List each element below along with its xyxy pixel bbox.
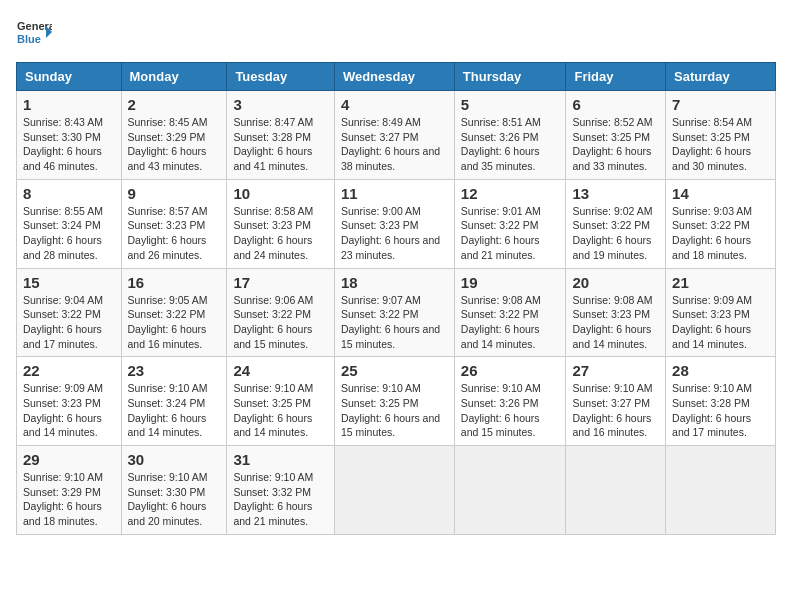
day-number: 16 bbox=[128, 274, 221, 291]
day-detail: Sunrise: 8:51 AMSunset: 3:26 PMDaylight:… bbox=[461, 116, 541, 172]
calendar-cell: 13 Sunrise: 9:02 AMSunset: 3:22 PMDaylig… bbox=[566, 179, 666, 268]
day-detail: Sunrise: 8:55 AMSunset: 3:24 PMDaylight:… bbox=[23, 205, 103, 261]
day-detail: Sunrise: 9:10 AMSunset: 3:25 PMDaylight:… bbox=[341, 382, 440, 438]
day-number: 29 bbox=[23, 451, 115, 468]
day-number: 26 bbox=[461, 362, 560, 379]
day-number: 15 bbox=[23, 274, 115, 291]
day-detail: Sunrise: 8:54 AMSunset: 3:25 PMDaylight:… bbox=[672, 116, 752, 172]
day-number: 20 bbox=[572, 274, 659, 291]
day-number: 4 bbox=[341, 96, 448, 113]
day-number: 19 bbox=[461, 274, 560, 291]
day-number: 1 bbox=[23, 96, 115, 113]
day-number: 12 bbox=[461, 185, 560, 202]
calendar-cell: 15 Sunrise: 9:04 AMSunset: 3:22 PMDaylig… bbox=[17, 268, 122, 357]
calendar-week-4: 22 Sunrise: 9:09 AMSunset: 3:23 PMDaylig… bbox=[17, 357, 776, 446]
day-detail: Sunrise: 8:47 AMSunset: 3:28 PMDaylight:… bbox=[233, 116, 313, 172]
day-number: 22 bbox=[23, 362, 115, 379]
calendar-cell: 25 Sunrise: 9:10 AMSunset: 3:25 PMDaylig… bbox=[334, 357, 454, 446]
calendar-cell: 22 Sunrise: 9:09 AMSunset: 3:23 PMDaylig… bbox=[17, 357, 122, 446]
calendar-cell: 5 Sunrise: 8:51 AMSunset: 3:26 PMDayligh… bbox=[454, 91, 566, 180]
day-detail: Sunrise: 9:05 AMSunset: 3:22 PMDaylight:… bbox=[128, 294, 208, 350]
calendar-week-2: 8 Sunrise: 8:55 AMSunset: 3:24 PMDayligh… bbox=[17, 179, 776, 268]
calendar-cell: 3 Sunrise: 8:47 AMSunset: 3:28 PMDayligh… bbox=[227, 91, 334, 180]
day-detail: Sunrise: 9:09 AMSunset: 3:23 PMDaylight:… bbox=[23, 382, 103, 438]
calendar-cell: 11 Sunrise: 9:00 AMSunset: 3:23 PMDaylig… bbox=[334, 179, 454, 268]
logo-svg: General Blue bbox=[16, 16, 52, 52]
day-detail: Sunrise: 9:08 AMSunset: 3:23 PMDaylight:… bbox=[572, 294, 652, 350]
calendar-cell: 6 Sunrise: 8:52 AMSunset: 3:25 PMDayligh… bbox=[566, 91, 666, 180]
day-detail: Sunrise: 9:04 AMSunset: 3:22 PMDaylight:… bbox=[23, 294, 103, 350]
calendar-cell: 30 Sunrise: 9:10 AMSunset: 3:30 PMDaylig… bbox=[121, 446, 227, 535]
col-header-tuesday: Tuesday bbox=[227, 63, 334, 91]
calendar-cell: 17 Sunrise: 9:06 AMSunset: 3:22 PMDaylig… bbox=[227, 268, 334, 357]
calendar-cell: 10 Sunrise: 8:58 AMSunset: 3:23 PMDaylig… bbox=[227, 179, 334, 268]
calendar-cell: 29 Sunrise: 9:10 AMSunset: 3:29 PMDaylig… bbox=[17, 446, 122, 535]
calendar-cell: 1 Sunrise: 8:43 AMSunset: 3:30 PMDayligh… bbox=[17, 91, 122, 180]
day-number: 6 bbox=[572, 96, 659, 113]
calendar-cell: 19 Sunrise: 9:08 AMSunset: 3:22 PMDaylig… bbox=[454, 268, 566, 357]
day-detail: Sunrise: 9:09 AMSunset: 3:23 PMDaylight:… bbox=[672, 294, 752, 350]
day-number: 7 bbox=[672, 96, 769, 113]
calendar-cell bbox=[454, 446, 566, 535]
calendar-table: SundayMondayTuesdayWednesdayThursdayFrid… bbox=[16, 62, 776, 535]
day-number: 27 bbox=[572, 362, 659, 379]
calendar-cell: 23 Sunrise: 9:10 AMSunset: 3:24 PMDaylig… bbox=[121, 357, 227, 446]
calendar-cell: 7 Sunrise: 8:54 AMSunset: 3:25 PMDayligh… bbox=[666, 91, 776, 180]
day-detail: Sunrise: 9:06 AMSunset: 3:22 PMDaylight:… bbox=[233, 294, 313, 350]
day-detail: Sunrise: 9:03 AMSunset: 3:22 PMDaylight:… bbox=[672, 205, 752, 261]
day-number: 3 bbox=[233, 96, 327, 113]
day-number: 10 bbox=[233, 185, 327, 202]
day-number: 9 bbox=[128, 185, 221, 202]
day-number: 21 bbox=[672, 274, 769, 291]
day-detail: Sunrise: 8:45 AMSunset: 3:29 PMDaylight:… bbox=[128, 116, 208, 172]
day-number: 14 bbox=[672, 185, 769, 202]
day-number: 11 bbox=[341, 185, 448, 202]
calendar-cell: 2 Sunrise: 8:45 AMSunset: 3:29 PMDayligh… bbox=[121, 91, 227, 180]
day-detail: Sunrise: 9:07 AMSunset: 3:22 PMDaylight:… bbox=[341, 294, 440, 350]
calendar-cell bbox=[566, 446, 666, 535]
day-detail: Sunrise: 8:58 AMSunset: 3:23 PMDaylight:… bbox=[233, 205, 313, 261]
day-number: 17 bbox=[233, 274, 327, 291]
day-detail: Sunrise: 9:10 AMSunset: 3:25 PMDaylight:… bbox=[233, 382, 313, 438]
day-detail: Sunrise: 9:08 AMSunset: 3:22 PMDaylight:… bbox=[461, 294, 541, 350]
col-header-friday: Friday bbox=[566, 63, 666, 91]
svg-text:Blue: Blue bbox=[17, 33, 41, 45]
calendar-cell: 21 Sunrise: 9:09 AMSunset: 3:23 PMDaylig… bbox=[666, 268, 776, 357]
col-header-wednesday: Wednesday bbox=[334, 63, 454, 91]
day-number: 31 bbox=[233, 451, 327, 468]
calendar-cell: 9 Sunrise: 8:57 AMSunset: 3:23 PMDayligh… bbox=[121, 179, 227, 268]
calendar-cell: 4 Sunrise: 8:49 AMSunset: 3:27 PMDayligh… bbox=[334, 91, 454, 180]
day-number: 23 bbox=[128, 362, 221, 379]
calendar-cell: 8 Sunrise: 8:55 AMSunset: 3:24 PMDayligh… bbox=[17, 179, 122, 268]
calendar-cell: 18 Sunrise: 9:07 AMSunset: 3:22 PMDaylig… bbox=[334, 268, 454, 357]
calendar-week-1: 1 Sunrise: 8:43 AMSunset: 3:30 PMDayligh… bbox=[17, 91, 776, 180]
day-number: 13 bbox=[572, 185, 659, 202]
day-number: 8 bbox=[23, 185, 115, 202]
logo: General Blue bbox=[16, 16, 52, 52]
day-number: 2 bbox=[128, 96, 221, 113]
day-detail: Sunrise: 9:10 AMSunset: 3:27 PMDaylight:… bbox=[572, 382, 652, 438]
calendar-cell: 27 Sunrise: 9:10 AMSunset: 3:27 PMDaylig… bbox=[566, 357, 666, 446]
day-detail: Sunrise: 8:43 AMSunset: 3:30 PMDaylight:… bbox=[23, 116, 103, 172]
calendar-week-5: 29 Sunrise: 9:10 AMSunset: 3:29 PMDaylig… bbox=[17, 446, 776, 535]
calendar-cell: 31 Sunrise: 9:10 AMSunset: 3:32 PMDaylig… bbox=[227, 446, 334, 535]
col-header-saturday: Saturday bbox=[666, 63, 776, 91]
calendar-cell: 16 Sunrise: 9:05 AMSunset: 3:22 PMDaylig… bbox=[121, 268, 227, 357]
calendar-cell: 28 Sunrise: 9:10 AMSunset: 3:28 PMDaylig… bbox=[666, 357, 776, 446]
day-detail: Sunrise: 8:57 AMSunset: 3:23 PMDaylight:… bbox=[128, 205, 208, 261]
day-number: 5 bbox=[461, 96, 560, 113]
calendar-cell: 24 Sunrise: 9:10 AMSunset: 3:25 PMDaylig… bbox=[227, 357, 334, 446]
day-detail: Sunrise: 8:49 AMSunset: 3:27 PMDaylight:… bbox=[341, 116, 440, 172]
day-number: 24 bbox=[233, 362, 327, 379]
day-detail: Sunrise: 9:00 AMSunset: 3:23 PMDaylight:… bbox=[341, 205, 440, 261]
day-detail: Sunrise: 9:10 AMSunset: 3:30 PMDaylight:… bbox=[128, 471, 208, 527]
day-detail: Sunrise: 9:02 AMSunset: 3:22 PMDaylight:… bbox=[572, 205, 652, 261]
day-number: 30 bbox=[128, 451, 221, 468]
page-header: General Blue bbox=[16, 16, 776, 52]
day-number: 28 bbox=[672, 362, 769, 379]
col-header-monday: Monday bbox=[121, 63, 227, 91]
day-detail: Sunrise: 9:10 AMSunset: 3:24 PMDaylight:… bbox=[128, 382, 208, 438]
calendar-cell bbox=[666, 446, 776, 535]
day-detail: Sunrise: 9:10 AMSunset: 3:28 PMDaylight:… bbox=[672, 382, 752, 438]
calendar-cell: 12 Sunrise: 9:01 AMSunset: 3:22 PMDaylig… bbox=[454, 179, 566, 268]
